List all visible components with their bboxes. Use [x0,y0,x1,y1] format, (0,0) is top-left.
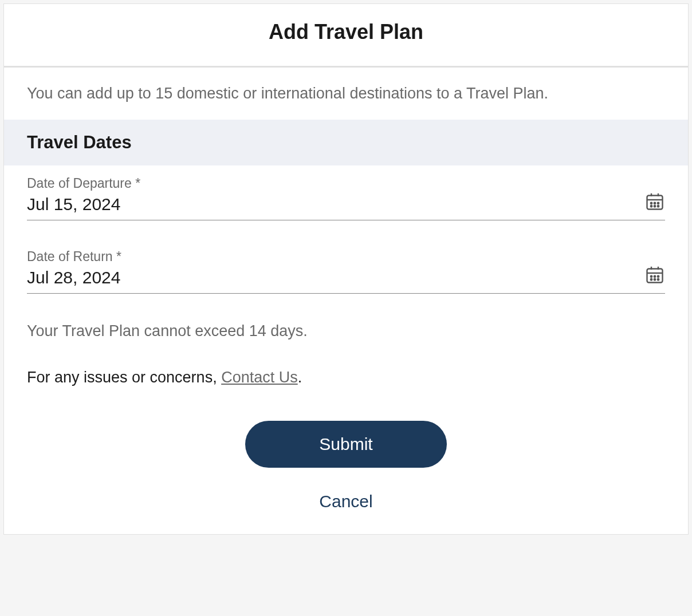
return-field[interactable]: Date of Return * Jul 28, 2024 [27,249,665,294]
svg-point-18 [654,279,655,280]
intro-text: You can add up to 15 domestic or interna… [4,68,688,120]
svg-point-15 [654,276,655,277]
calendar-icon[interactable] [644,264,665,285]
page-title: Add Travel Plan [15,20,677,44]
svg-point-16 [658,276,659,277]
form-body: Date of Departure * Jul 15, 2024 Da [4,165,688,534]
duration-note: Your Travel Plan cannot exceed 14 days. [27,322,665,340]
svg-point-14 [651,276,652,277]
departure-value[interactable]: Jul 15, 2024 [27,195,665,214]
return-label: Date of Return * [27,249,665,264]
contact-line: For any issues or concerns, Contact Us. [27,369,665,386]
section-title: Travel Dates [27,132,665,153]
svg-point-17 [651,279,652,280]
svg-point-4 [651,203,652,204]
contact-suffix: . [298,369,302,386]
departure-label: Date of Departure * [27,176,665,191]
svg-point-8 [654,206,655,207]
form-header: Add Travel Plan [4,4,688,68]
svg-point-19 [658,279,659,280]
return-value[interactable]: Jul 28, 2024 [27,268,665,287]
contact-prefix: For any issues or concerns, [27,369,221,386]
contact-us-link[interactable]: Contact Us [221,369,298,386]
svg-point-7 [651,206,652,207]
calendar-icon[interactable] [644,191,665,212]
svg-point-5 [654,203,655,204]
form-actions: Submit Cancel [27,421,665,511]
section-travel-dates: Travel Dates [4,120,688,165]
submit-button[interactable]: Submit [245,421,447,468]
cancel-button[interactable]: Cancel [319,492,372,511]
departure-field[interactable]: Date of Departure * Jul 15, 2024 [27,176,665,220]
svg-point-9 [658,206,659,207]
travel-plan-form: Add Travel Plan You can add up to 15 dom… [3,3,689,535]
svg-point-6 [658,203,659,204]
